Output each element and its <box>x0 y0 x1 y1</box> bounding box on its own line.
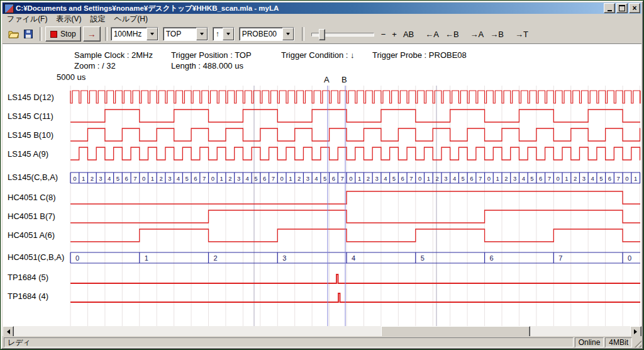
bus-value: 2 <box>504 175 508 182</box>
trigger-edge-select[interactable]: ↑ <box>213 27 235 41</box>
horizontal-scrollbar[interactable] <box>3 326 641 336</box>
bus-value: 3 <box>237 175 240 182</box>
menu-bar: ファイル(F) 表示(V) 設定 ヘルプ(H) <box>3 14 641 25</box>
bus-value: 3 <box>168 175 171 182</box>
bus-value: 7 <box>617 175 620 182</box>
stop-label: Stop <box>60 30 76 38</box>
bus-value: 7 <box>133 175 136 182</box>
chevron-down-icon <box>286 33 290 37</box>
sample-clock-select[interactable]: 100MHz <box>111 27 158 41</box>
close-button[interactable]: × <box>629 3 640 13</box>
bus-value: 4 <box>108 175 111 182</box>
minimize-button[interactable] <box>604 3 615 13</box>
bus-value: 0 <box>418 175 421 182</box>
bus-value: 4 <box>246 175 249 182</box>
bus-value: 6 <box>194 175 197 182</box>
dropdown-button[interactable] <box>223 28 234 40</box>
menu-settings[interactable]: 設定 <box>86 13 109 25</box>
next-marker-b-button[interactable]: →B <box>487 28 507 40</box>
bus-value: 0 <box>211 175 214 182</box>
maximize-button[interactable] <box>616 3 628 13</box>
zoom-out-button[interactable]: − <box>378 28 389 40</box>
bus-value: 6 <box>490 254 494 262</box>
triangle-left-icon <box>4 329 10 334</box>
signal-trace <box>70 191 640 204</box>
bus-value: 5 <box>323 175 326 182</box>
stop-button[interactable]: Stop <box>45 26 81 42</box>
scrollbar-thumb[interactable] <box>381 326 530 336</box>
bus-value: 0 <box>628 254 631 262</box>
bus-value: 2 <box>297 175 301 182</box>
next-marker-a-button[interactable]: →A <box>467 28 487 40</box>
zoom-in-button[interactable]: + <box>389 28 400 40</box>
bus-value: 3 <box>444 175 447 182</box>
bus-value: 7 <box>558 254 562 262</box>
close-icon: × <box>632 4 636 12</box>
toolbar: Stop → 100MHz TOP ↑ PROBE00 − + AB <box>3 25 641 44</box>
dropdown-button[interactable] <box>196 28 208 40</box>
bus-value: 3 <box>375 175 378 182</box>
bus-value: 6 <box>470 175 473 182</box>
menu-file[interactable]: ファイル(F) <box>3 13 52 25</box>
save-button[interactable] <box>21 27 35 41</box>
bus-value: 5 <box>186 175 189 182</box>
bus-value: 0 <box>73 175 76 182</box>
goto-marker-a-button[interactable]: ←A <box>422 28 442 40</box>
status-online: Online <box>575 337 604 347</box>
bus-value: 0 <box>349 175 352 182</box>
title-bar[interactable]: C:¥Documents and Settings¥noname¥デスクトップ¥… <box>3 3 641 14</box>
bus-value: 3 <box>513 175 516 182</box>
bus-value: 5 <box>116 175 119 182</box>
zoom-slider[interactable] <box>311 28 374 40</box>
bus-value: 0 <box>280 175 283 182</box>
bus-value: 1 <box>151 175 154 182</box>
goto-marker-b-button[interactable]: ←B <box>442 28 462 40</box>
maximize-icon <box>619 5 625 11</box>
bus-value: 2 <box>367 175 370 182</box>
open-button[interactable] <box>6 27 20 41</box>
menu-view[interactable]: 表示(V) <box>52 13 86 25</box>
bus-value: 1 <box>82 175 85 182</box>
status-bar: レディ Online 4MBit <box>3 336 641 347</box>
bus-value: 5 <box>392 175 396 182</box>
scrollbar-track[interactable] <box>14 326 630 336</box>
scroll-left-button[interactable] <box>3 326 14 336</box>
bus-value: 7 <box>409 175 413 182</box>
bus-value: 7 <box>479 175 482 182</box>
ab-markers-button[interactable]: AB <box>400 28 417 40</box>
bus-value: 1 <box>565 175 568 182</box>
signal-trace <box>70 210 640 223</box>
bus-value: 5 <box>530 175 533 182</box>
chevron-down-icon <box>150 33 154 37</box>
bus-value: 4 <box>177 175 180 182</box>
status-ready: レディ <box>4 337 574 347</box>
bus-value: 1 <box>634 175 637 182</box>
bus-value: 4 <box>453 175 456 182</box>
bus-value: 5 <box>421 254 425 262</box>
trigger-position-value: TOP <box>164 30 196 38</box>
bus-value: 4 <box>352 254 355 262</box>
waveform-area: Sample Clock : 2MHz Trigger Position : T… <box>3 44 641 336</box>
menu-help[interactable]: ヘルプ(H) <box>109 13 152 25</box>
stop-icon <box>50 31 57 38</box>
run-button[interactable]: → <box>83 26 101 42</box>
signal-trace <box>70 293 640 302</box>
trigger-position-select[interactable]: TOP <box>163 27 208 41</box>
toolbar-separator <box>105 27 108 41</box>
zoom-slider-thumb[interactable] <box>319 29 325 40</box>
trigger-probe-select[interactable]: PROBE00 <box>239 27 294 41</box>
signal-trace <box>70 274 640 283</box>
goto-trigger-button[interactable]: →T <box>512 28 531 40</box>
resize-grip[interactable] <box>633 339 641 347</box>
waveform-svg: 0123456701234567012345670123456701234567… <box>3 44 641 329</box>
bus-value: 4 <box>522 175 525 182</box>
trigger-edge-value: ↑ <box>213 30 223 38</box>
app-window: C:¥Documents and Settings¥noname¥デスクトップ¥… <box>1 1 643 349</box>
bus-value: 6 <box>332 175 335 182</box>
bus-value: 2 <box>214 254 218 262</box>
signal-trace <box>70 128 640 141</box>
toolbar-separator <box>302 27 304 41</box>
dropdown-button[interactable] <box>147 28 158 40</box>
dropdown-button[interactable] <box>282 28 294 40</box>
scroll-right-button[interactable] <box>630 326 641 336</box>
